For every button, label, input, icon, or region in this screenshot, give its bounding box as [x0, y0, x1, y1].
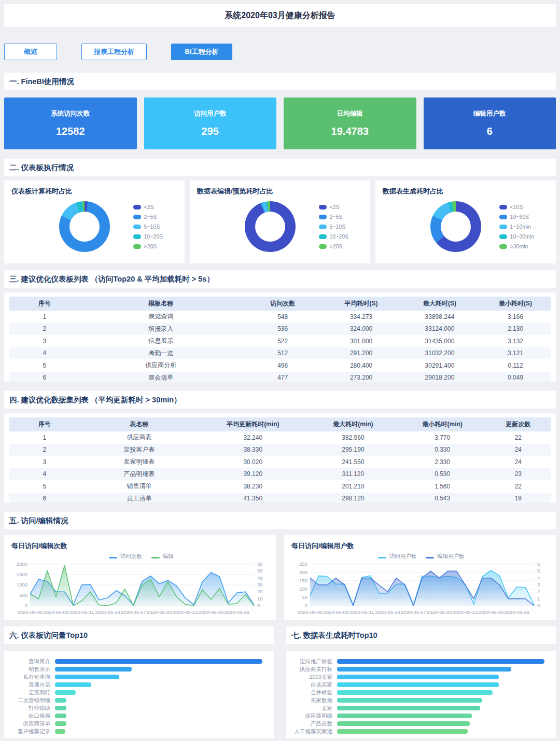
table-row[interactable]: 3卖家明细表30.020241.5502.33024 [9, 456, 551, 468]
legend-item[interactable]: 10~60S [499, 214, 534, 220]
legend-label: 编辑用户数 [437, 553, 465, 560]
bar-row-item[interactable]: 供应商清单 [10, 720, 262, 728]
bar [337, 714, 472, 718]
donut-chart[interactable] [59, 201, 110, 252]
legend-item[interactable]: 访问次数 [109, 553, 142, 560]
legend-item[interactable]: 10~20S [319, 233, 349, 240]
table-row[interactable]: 6员工清单41.350298.1200.54319 [9, 493, 551, 503]
svg-text:2020-05-23: 2020-05-23 [173, 609, 198, 615]
table-cell: 填报录入 [80, 325, 242, 333]
svg-text:0: 0 [305, 603, 307, 608]
bar-row-item[interactable]: 产品总数 [292, 720, 544, 728]
kpi-card-4[interactable]: 编辑用户数6 [424, 97, 556, 149]
legend-item[interactable]: >30min [499, 243, 534, 249]
legend-marker-icon [378, 557, 386, 558]
table-row[interactable]: 2定投客户表38.330295.1900.33024 [9, 444, 551, 456]
kpi-row: 系统访问次数12582访问用户数295日均编辑19.4783编辑用户数6 [4, 97, 556, 149]
legend-item[interactable]: <10S [499, 204, 534, 210]
table-cell: 4 [9, 349, 80, 357]
bar-row-item[interactable]: 二次营销明细 [10, 696, 262, 704]
table-cell: 33898.244 [399, 313, 481, 320]
tab-report-engine[interactable]: 报表工程分析 [81, 44, 147, 60]
bar-row-item[interactable]: 2019卖家 [292, 673, 544, 681]
table-cell: 供应商表 [80, 433, 199, 442]
legend-marker-icon [499, 215, 507, 219]
bar-row-item[interactable]: 供应商未打标 [292, 665, 544, 673]
bar-row-item[interactable]: 直播分层 [10, 681, 262, 689]
legend-item[interactable]: 1~10min [499, 223, 534, 230]
bar-row-item[interactable]: 人工推荐买家池 [292, 728, 544, 735]
bar-row-item[interactable]: 自选买家 [292, 681, 544, 689]
bar-row-item[interactable]: 定展同行 [10, 689, 262, 696]
legend-item[interactable]: 10~30min [499, 233, 534, 240]
table-row[interactable]: 5销售清单38.230201.2101.56022 [9, 480, 551, 493]
table-row[interactable]: 3信息展示522301.00031435.0003.132 [9, 335, 551, 347]
legend-item[interactable]: <2S [319, 204, 349, 210]
table-cell: 30291.400 [399, 362, 481, 369]
bar-row-item[interactable]: 出口规模 [10, 712, 262, 720]
legend-item[interactable]: 2~5S [133, 214, 163, 220]
bar-row-item[interactable]: 供应商明细 [292, 712, 544, 720]
area-chart[interactable]: 05010015020025001234562020-05-052020-05-… [291, 561, 551, 620]
legend-item[interactable]: 编辑用户数 [426, 553, 465, 560]
bar-category-label: 客户推荐记录 [10, 728, 55, 735]
table-cell: 3.132 [480, 338, 551, 345]
legend-item[interactable]: 5~10S [319, 223, 349, 230]
table-row[interactable]: 1展览查询548334.27333898.2443.166 [9, 311, 551, 323]
bar-row-item[interactable]: 查询简介 [10, 658, 262, 665]
bar-track [55, 690, 262, 695]
column-header: 最小耗时(S) [480, 299, 551, 308]
table-cell: 24 [486, 446, 551, 453]
legend-label: 2~5S [330, 214, 343, 220]
table-row[interactable]: 1供应商表32.240382.5603.77022 [9, 431, 551, 444]
legend-item[interactable]: 10~20S [133, 233, 163, 240]
bar-category-label: 供应商未打标 [292, 666, 337, 673]
tab-bi-engine[interactable]: BI工程分析 [171, 44, 232, 60]
legend-label: 10~20S [144, 233, 163, 240]
table-row[interactable]: 4产品明细表39.120311.1200.53023 [9, 468, 551, 481]
area-chart[interactable]: 050010001500200001020304050602020-05-052… [11, 561, 271, 620]
bar-row-item[interactable]: 买家数据 [292, 696, 544, 704]
table-cell: 39.120 [199, 470, 307, 478]
table-cell: 32.240 [199, 434, 307, 441]
bar-row-item[interactable]: 销售演示 [10, 665, 262, 673]
legend-item[interactable]: >20S [319, 243, 349, 249]
legend-item[interactable]: 访问用户数 [378, 553, 417, 560]
table-row[interactable]: 4考勤一览512291.20031032.2003.121 [9, 347, 551, 360]
table-cell: 30.020 [199, 458, 307, 466]
table-row[interactable]: 2填报录入536324.00033124.0002.130 [9, 323, 551, 335]
bar-row-item[interactable]: 打印辅助 [10, 704, 262, 712]
legend-item[interactable]: <2S [133, 204, 163, 210]
table-cell: 33124.000 [399, 325, 481, 332]
bar-row-item[interactable]: 定向推广标签 [292, 658, 544, 665]
donut-chart[interactable] [245, 201, 296, 252]
bar-row-item[interactable]: 客户推荐记录 [10, 728, 262, 735]
kpi-label: 编辑用户数 [473, 109, 506, 118]
svg-text:3: 3 [537, 582, 540, 588]
dataset-table-card: 序号表名称平均更新耗时(min)最大耗时(min)最小耗时(min)更新次数1供… [4, 413, 556, 502]
kpi-card-3[interactable]: 日均编辑19.4783 [284, 97, 416, 149]
legend-item[interactable]: 编辑 [151, 553, 174, 560]
svg-text:2020-05-11: 2020-05-11 [69, 609, 94, 615]
svg-text:2020-05-20: 2020-05-20 [147, 609, 172, 615]
kpi-card-2[interactable]: 访问用户数295 [144, 97, 277, 149]
legend-item[interactable]: >20S [133, 243, 163, 249]
kpi-value: 6 [487, 125, 493, 137]
donut-chart[interactable] [430, 201, 481, 252]
bar-track [337, 714, 544, 718]
section-title-optimize-dashboards: 三. 建议优化仪表板列表 （访问Top20 & 平均加载耗时 > 5s） [4, 270, 556, 288]
legend-label: >30min [510, 243, 528, 249]
bar-category-label: 产品总数 [292, 720, 337, 728]
table-cell: 2 [9, 446, 80, 453]
table-row[interactable]: 6展会清单477273.20029018.2000.049 [9, 372, 551, 382]
bar-row-item[interactable]: 合并标签 [292, 689, 544, 696]
tab-overview[interactable]: 概览 [4, 44, 57, 60]
kpi-card-1[interactable]: 系统访问次数12582 [4, 97, 137, 149]
table-row[interactable]: 5供应商分析496280.40030291.4000.112 [9, 359, 551, 372]
chart-title: 数据表生成耗时占比 [383, 187, 549, 196]
bar [55, 729, 65, 734]
bar-row-item[interactable]: 私有化查询 [10, 673, 262, 681]
legend-item[interactable]: 2~5S [319, 214, 349, 220]
bar-row-item[interactable]: 卖家 [292, 704, 544, 712]
legend-item[interactable]: 5~10S [133, 223, 163, 230]
